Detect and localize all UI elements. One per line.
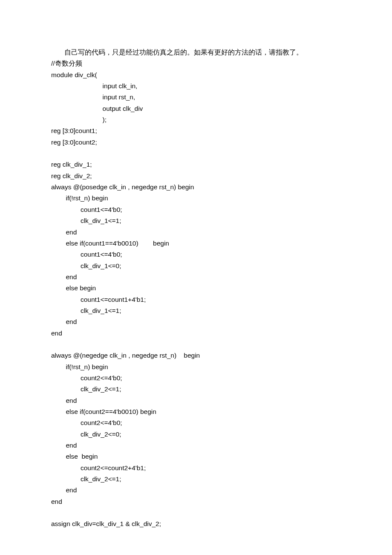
verilog-code-block: module div_clk( input clk_in, input rst_… — [51, 69, 341, 530]
intro-text: 自己写的代码，只是经过功能仿真之后的。如果有更好的方法的话，请指教了。 — [51, 47, 341, 58]
page: 自己写的代码，只是经过功能仿真之后的。如果有更好的方法的话，请指教了。 //奇数… — [0, 0, 392, 555]
code-comment: //奇数分频 — [51, 58, 341, 69]
